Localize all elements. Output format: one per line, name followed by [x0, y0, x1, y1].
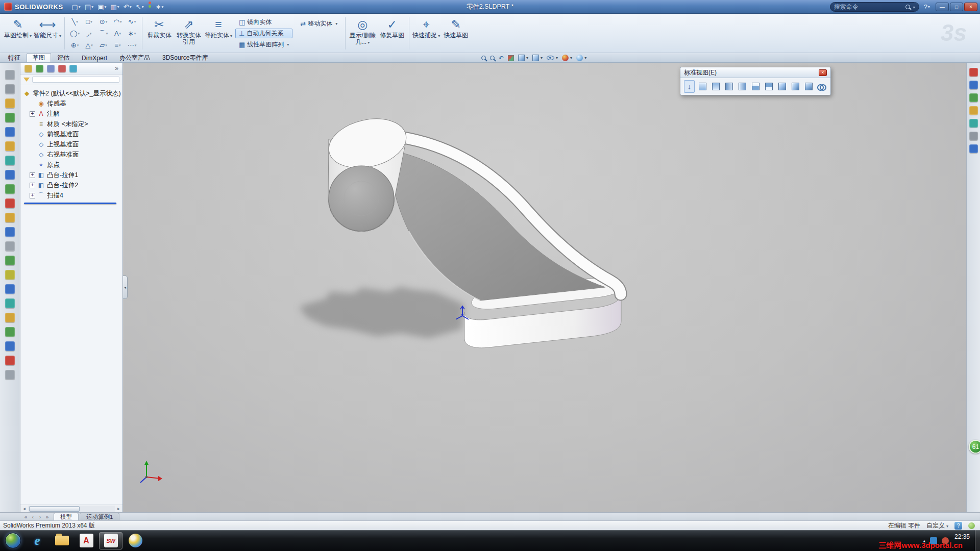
sketch-tool-button[interactable]: ≡: [111, 40, 125, 51]
rapid-sketch-button[interactable]: ✎ 快速草图: [441, 15, 471, 52]
expand-icon[interactable]: +: [30, 111, 35, 117]
sketch-tool-button[interactable]: ⌒: [96, 28, 110, 39]
toolbar-icon[interactable]: [5, 198, 15, 208]
toolbar-icon[interactable]: [5, 327, 15, 337]
repair-sketch-button[interactable]: ✓ 修复草图: [377, 15, 407, 52]
first-tab-button[interactable]: «: [22, 514, 29, 520]
taskbar-clock[interactable]: 22:35: [954, 534, 970, 540]
tab-features[interactable]: 特征: [2, 53, 27, 62]
select-button[interactable]: ↖: [134, 2, 145, 12]
expand-icon[interactable]: +: [30, 183, 35, 188]
tree-item[interactable]: ⌖原点: [23, 160, 121, 170]
tree-item[interactable]: ≡材质 <未指定>: [23, 119, 121, 129]
display-style-button[interactable]: [532, 55, 543, 61]
filter-icon[interactable]: [23, 78, 30, 82]
sketch-tool-button[interactable]: □: [82, 16, 96, 28]
zoom-fit-button[interactable]: [481, 56, 486, 60]
toolbar-icon[interactable]: [5, 270, 15, 280]
quick-snaps-button[interactable]: ⌖ 快速捕捉: [411, 15, 441, 52]
tree-item[interactable]: +⌒扫描4: [23, 190, 121, 201]
dimxpert-manager-tab[interactable]: [58, 65, 66, 72]
view-cube-button[interactable]: [763, 80, 774, 93]
taskbar-solidworks-button[interactable]: SW: [99, 532, 122, 549]
feature-manager-tab[interactable]: [24, 65, 32, 72]
toolbar-icon[interactable]: [5, 256, 15, 265]
property-manager-tab[interactable]: [36, 65, 43, 72]
sketch-tool-button[interactable]: ╲: [68, 16, 82, 28]
toolbar-icon[interactable]: [5, 113, 15, 122]
link-views-button[interactable]: [816, 80, 827, 93]
display-manager-tab[interactable]: [69, 65, 77, 72]
tree-item[interactable]: +A注解: [23, 109, 121, 119]
tree-item[interactable]: +◧凸台-拉伸1: [23, 170, 121, 180]
open-button[interactable]: ▤: [83, 2, 95, 12]
part-model-view[interactable]: [123, 63, 966, 512]
show-desktop-button[interactable]: [975, 530, 980, 551]
close-button[interactable]: ×: [964, 3, 977, 11]
sketch-tool-button[interactable]: ⊙: [96, 16, 110, 28]
sketch-tool-button[interactable]: ⊕: [68, 40, 82, 51]
tree-root-item[interactable]: ◆ 零件2 (默认<<默认>_显示状态): [23, 88, 121, 98]
help-button[interactable]: ?: [922, 2, 932, 12]
hide-show-items-button[interactable]: [547, 56, 558, 60]
expand-icon[interactable]: +: [30, 172, 35, 178]
previous-view-button[interactable]: ↶: [499, 55, 504, 62]
cylinder-front-face[interactable]: [329, 166, 394, 231]
maximize-button[interactable]: □: [950, 3, 963, 11]
view-cube-button[interactable]: [776, 80, 788, 93]
apply-scene-button[interactable]: [576, 55, 586, 61]
rollback-bar[interactable]: [24, 203, 116, 204]
tree-item[interactable]: ◇上视基准面: [23, 139, 121, 149]
view-cube-button[interactable]: [697, 80, 708, 93]
palette-close-button[interactable]: ×: [819, 69, 827, 76]
panel-horizontal-scrollbar[interactable]: ◄ ►: [20, 505, 122, 512]
command-search[interactable]: [830, 2, 919, 12]
tree-item[interactable]: ◇右视基准面: [23, 149, 121, 160]
sketch-tool-button[interactable]: ∗: [125, 28, 139, 39]
options-button[interactable]: ∗: [154, 2, 165, 12]
toolbar-icon[interactable]: [5, 84, 15, 94]
toolbar-icon[interactable]: [5, 98, 15, 108]
scroll-left-icon[interactable]: ◄: [20, 507, 28, 511]
view-cube-button[interactable]: [803, 80, 814, 93]
configuration-manager-tab[interactable]: [47, 65, 55, 72]
toolbar-icon[interactable]: [969, 119, 978, 128]
toolbar-icon[interactable]: [5, 341, 15, 351]
zoom-area-button[interactable]: [490, 56, 495, 60]
section-view-button[interactable]: [508, 55, 514, 61]
toolbar-icon[interactable]: [5, 127, 15, 137]
tab-sketch[interactable]: 草图: [27, 53, 51, 62]
print-button[interactable]: ▥: [109, 2, 121, 12]
toolbar-icon[interactable]: [5, 227, 15, 237]
tree-item[interactable]: ◇前视基准面: [23, 129, 121, 139]
save-button[interactable]: ▣: [96, 2, 108, 12]
toolbar-icon[interactable]: [5, 184, 15, 194]
view-cube-button[interactable]: [723, 80, 734, 93]
toolbar-icon[interactable]: [5, 213, 15, 222]
view-cube-button[interactable]: [750, 80, 761, 93]
display-delete-relations-button[interactable]: ◎ 显示/删除几...: [348, 15, 377, 52]
convert-entities-button[interactable]: ⇗ 转换实体引用: [174, 15, 204, 52]
tab-office-products[interactable]: 办公室产品: [113, 53, 156, 62]
view-cube-button[interactable]: [790, 80, 801, 93]
toolbar-icon[interactable]: [969, 132, 978, 140]
sketch-tool-button[interactable]: ⋯: [125, 40, 139, 51]
toolbar-icon[interactable]: [5, 141, 15, 151]
graphics-area[interactable]: ◂ 标准视图(E) × ↓: [123, 63, 966, 512]
panel-collapse-handle[interactable]: ◂: [123, 276, 128, 299]
undo-button[interactable]: ↶: [122, 2, 133, 12]
tab-motion-study[interactable]: 运动算例1: [80, 513, 119, 520]
sketch-tool-button[interactable]: ∿: [125, 16, 139, 28]
taskbar-ie-button[interactable]: e: [26, 532, 49, 549]
toolbar-icon[interactable]: [969, 68, 978, 77]
scroll-track[interactable]: [28, 506, 115, 512]
smart-dimension-button[interactable]: ⟷ 智能尺寸: [33, 15, 62, 52]
trim-entities-button[interactable]: ✂ 剪裁实体: [144, 15, 174, 52]
toolbar-icon[interactable]: [5, 313, 15, 322]
taskbar-adobe-button[interactable]: A: [75, 532, 98, 549]
view-orientation-button[interactable]: [518, 55, 528, 61]
status-help-button[interactable]: ?: [954, 522, 962, 530]
toolbar-icon[interactable]: [5, 156, 15, 165]
new-document-button[interactable]: ▢: [70, 2, 82, 12]
tree-item[interactable]: +◧凸台-拉伸2: [23, 180, 121, 190]
